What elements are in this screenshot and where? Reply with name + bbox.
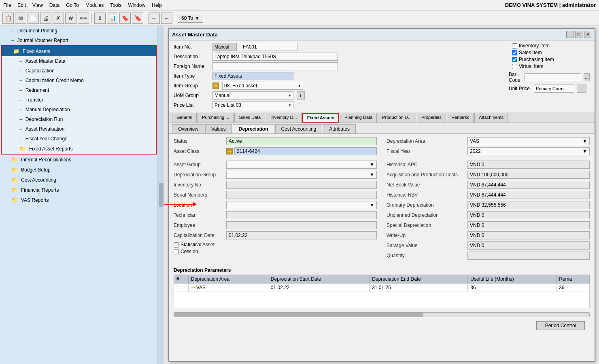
- unit-price-value[interactable]: Primary Curre..: [534, 85, 574, 93]
- sidebar-item-fixed-assets[interactable]: 📁 Fixed Assets: [2, 46, 156, 56]
- menu-data[interactable]: Data: [49, 2, 59, 8]
- item-no-input[interactable]: FA001: [241, 43, 297, 51]
- close-button[interactable]: ✕: [584, 31, 591, 38]
- arrow-indicator: [164, 202, 197, 207]
- tab-properties[interactable]: Properties: [417, 113, 446, 123]
- inventory-no-value[interactable]: [226, 181, 377, 189]
- toolbar-btn-9[interactable]: 📊: [107, 13, 118, 24]
- sidebar-item-manual-dep[interactable]: – Manual Depreciation: [2, 105, 156, 114]
- sidebar-item-fiscal-year[interactable]: – Fiscal Year Change: [2, 134, 156, 144]
- ord-dep-value: VND 32,555,556: [467, 201, 590, 209]
- inner-tab-overview[interactable]: Overview: [172, 124, 204, 133]
- inner-tab-values[interactable]: Values: [205, 124, 232, 133]
- toolbar-btn-8[interactable]: ⇕: [94, 13, 106, 24]
- foreign-name-input[interactable]: [212, 62, 338, 70]
- unit-price-btn[interactable]: …: [577, 85, 586, 93]
- sidebar-item-journal-voucher[interactable]: – Journal Voucher Report: [0, 36, 157, 45]
- fiscal-year-dropdown[interactable]: 2022 ▼: [467, 147, 590, 155]
- menu-goto[interactable]: Go To: [66, 2, 79, 8]
- tab-attachments[interactable]: Attachments: [474, 113, 508, 123]
- sidebar-item-fixed-asset-reports[interactable]: 📁 Fixed Asset Reports: [2, 144, 156, 154]
- item-group-arrow[interactable]: ⇒: [212, 83, 219, 89]
- tab-remarks[interactable]: Remarks: [447, 113, 474, 123]
- toolbar-btn-11[interactable]: 🔖: [132, 13, 143, 24]
- barcode-row: Bar Code …: [509, 72, 590, 83]
- menu-help[interactable]: Help: [152, 2, 162, 8]
- dep-group-dropdown[interactable]: ▼: [226, 171, 377, 179]
- uom-dropdown[interactable]: Manual ▼: [212, 91, 293, 99]
- sidebar-scroll[interactable]: – Document Printing – Journal Voucher Re…: [0, 26, 157, 364]
- dep-area-dropdown[interactable]: VAS ▼: [467, 137, 590, 145]
- folder-icon: 📁: [19, 146, 26, 152]
- inner-tab-cost-accounting[interactable]: Cost Accounting: [275, 124, 323, 133]
- minimize-button[interactable]: –: [566, 31, 574, 38]
- menu-edit[interactable]: Edit: [17, 2, 26, 8]
- table-row[interactable]: 1 ⇒VAS 01.02.22 31.01.25 36 36: [174, 284, 590, 292]
- menu-window[interactable]: Window: [128, 2, 145, 8]
- technician-value[interactable]: [226, 211, 377, 219]
- toolbar-btn-1[interactable]: 📋: [2, 13, 14, 24]
- period-control-button[interactable]: Period Control: [536, 321, 585, 330]
- sidebar-item-asset-reval[interactable]: – Asset Revaluation: [2, 124, 156, 134]
- inventory-item-checkbox[interactable]: [512, 43, 517, 49]
- virtual-item-checkbox[interactable]: [512, 64, 517, 69]
- goto-button[interactable]: 60 To ▼: [178, 14, 203, 23]
- sidebar-item-asset-master[interactable]: – Asset Master Data: [2, 56, 156, 66]
- toolbar-prev[interactable]: ⊣: [149, 13, 160, 24]
- barcode-btn[interactable]: …: [584, 73, 590, 81]
- asset-group-dropdown[interactable]: ▼: [226, 161, 377, 169]
- sidebar-item-dep-run[interactable]: – Depreciation Run: [2, 114, 156, 124]
- toolbar-btn-10[interactable]: 🔖: [119, 13, 131, 24]
- menu-view[interactable]: View: [32, 2, 43, 8]
- sales-item-checkbox[interactable]: [512, 50, 517, 55]
- cap-date-value[interactable]: 01.02.22: [226, 231, 377, 239]
- writeup-label: Write-Up: [387, 233, 467, 238]
- location-dropdown[interactable]: ▼: [226, 201, 377, 209]
- sidebar-item-internal-recon[interactable]: 📁 Internal Reconciliations: [0, 154, 157, 165]
- toolbar-btn-7[interactable]: PDF: [78, 13, 89, 24]
- inner-tab-depreciation[interactable]: Depreciation: [233, 124, 274, 133]
- sidebar-item-doc-printing[interactable]: – Document Printing: [0, 26, 157, 36]
- sidebar-item-retirement[interactable]: – Retirement: [2, 85, 156, 95]
- toolbar-back[interactable]: ←: [161, 13, 172, 24]
- tab-inventory[interactable]: Inventory D...: [266, 113, 301, 123]
- serial-numbers-value[interactable]: [226, 191, 377, 199]
- sidebar-item-capitalization[interactable]: – Capitalization: [2, 66, 156, 76]
- sidebar-item-budget[interactable]: 📁 Budget Setup: [0, 165, 157, 175]
- stat-asset-checkbox[interactable]: [174, 242, 179, 248]
- menu-file[interactable]: File: [3, 2, 11, 8]
- sidebar-item-financial-reports[interactable]: 📁 Financial Reports: [0, 185, 157, 195]
- asset-class-value[interactable]: 2114-6424: [234, 147, 377, 155]
- sidebar-item-transfer[interactable]: – Transfer: [2, 95, 156, 105]
- toolbar-btn-3[interactable]: 📄: [28, 13, 39, 24]
- dep-group-label: Depreciation Group: [174, 172, 226, 178]
- toolbar-btn-5[interactable]: ✗: [53, 13, 64, 24]
- sidebar-item-vas-reports[interactable]: 📁 VAS Reports: [0, 195, 157, 205]
- sidebar-item-cost-accounting[interactable]: 📁 Cost Accounting: [0, 175, 157, 185]
- menu-modules[interactable]: Modules: [85, 2, 104, 8]
- toolbar-btn-4[interactable]: 🖨: [40, 13, 51, 24]
- inner-tab-attributes[interactable]: Attributes: [323, 124, 356, 133]
- tab-fixed-assets[interactable]: Fixed Assets: [302, 113, 339, 123]
- purchasing-item-checkbox[interactable]: [512, 57, 517, 62]
- sidebar-scrollbar[interactable]: [158, 26, 164, 364]
- barcode-input[interactable]: [525, 73, 581, 81]
- uom-info-btn[interactable]: ℹ: [297, 91, 305, 99]
- tab-purchasing[interactable]: Purchasing ...: [198, 113, 234, 123]
- tab-production[interactable]: Production D...: [378, 113, 416, 123]
- restore-button[interactable]: □: [575, 31, 582, 38]
- sidebar-item-cap-credit[interactable]: – Capitalization Credit Memo: [2, 76, 156, 85]
- toolbar-btn-6[interactable]: W: [65, 13, 76, 24]
- item-group-dropdown[interactable]: 08. Fixed asset ▼: [222, 82, 303, 90]
- tab-general[interactable]: General: [172, 113, 197, 123]
- description-input[interactable]: Laptop IBM Thinkpad T560S: [212, 53, 338, 61]
- menu-tools[interactable]: Tools: [110, 2, 121, 8]
- tab-sales-data[interactable]: Sales Data: [234, 113, 265, 123]
- horizontal-scrollbar[interactable]: [174, 312, 590, 317]
- asset-class-arrow[interactable]: ⇒: [226, 148, 233, 154]
- price-list-dropdown[interactable]: Price List 03 ▼: [212, 101, 293, 109]
- toolbar-btn-2[interactable]: ✉: [15, 13, 26, 24]
- tab-planning[interactable]: Planning Data: [340, 113, 377, 123]
- employee-value[interactable]: [226, 221, 377, 229]
- cession-checkbox[interactable]: [174, 249, 179, 254]
